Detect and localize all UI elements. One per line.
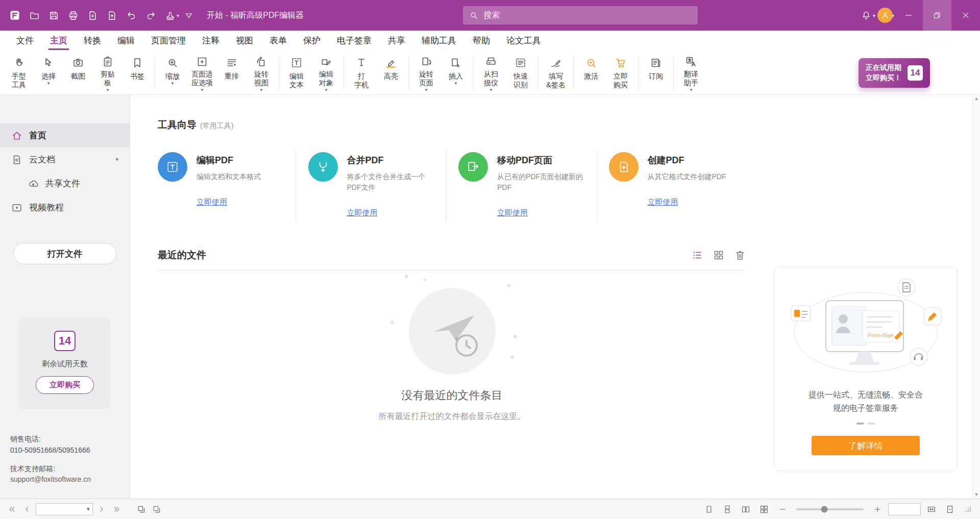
ribbon-button-typewriter[interactable]: 打 字机 (347, 53, 376, 93)
facing-view-icon[interactable] (738, 502, 753, 516)
ribbon-button-clipboard[interactable]: 剪贴 板 ▾ (93, 53, 122, 93)
tool-card-move-pdf-pages[interactable]: 移动PDF页面 从已有的PDF页面创建新的PDF 立即使用 (446, 149, 597, 223)
buy-now-button[interactable]: 立即购买 (36, 376, 94, 394)
ribbon-button-select[interactable]: 选择 ▾ (34, 53, 63, 93)
ribbon-button-reflow[interactable]: 重排 (217, 53, 247, 93)
next-page-icon[interactable] (94, 502, 109, 516)
ribbon-button-hand-tool[interactable]: 手型 工具 (4, 53, 34, 93)
zoom-percent-box[interactable] (888, 503, 921, 515)
grid-view-icon[interactable] (713, 249, 725, 261)
ribbon-button-translate-assistant[interactable]: 翻译 助手 ▾ (676, 53, 706, 93)
menu-tab-home[interactable]: 主页 (42, 31, 76, 50)
use-now-link[interactable]: 立即使用 (497, 208, 587, 218)
print-icon[interactable] (63, 5, 83, 26)
zoom-in-icon[interactable] (870, 502, 885, 516)
delete-icon[interactable] (734, 249, 746, 261)
menu-tab-view[interactable]: 视图 (228, 31, 261, 50)
trial-badge[interactable]: 正在试用期 立即购买！ 14 (859, 58, 930, 87)
chevron-down-icon[interactable]: ▼ (84, 506, 92, 512)
ribbon-button-rotate-pages[interactable]: 旋转 页面 ▾ (411, 53, 441, 93)
first-page-icon[interactable] (4, 502, 19, 516)
page-number-input[interactable] (36, 505, 84, 513)
close-button[interactable] (951, 0, 980, 31)
create-pdf-icon[interactable] (102, 5, 121, 26)
prev-page-icon[interactable] (19, 502, 35, 516)
minimize-button[interactable] (894, 0, 923, 31)
tool-card-create-pdf[interactable]: 创建PDF 从其它格式文件创建PDF 立即使用 (597, 149, 747, 223)
snapshot-icon[interactable] (134, 502, 149, 516)
ribbon-button-insert-pages[interactable]: 插入 ▾ (441, 53, 471, 93)
zoom-slider-thumb[interactable] (821, 506, 828, 512)
zoom-percent-input[interactable] (889, 504, 920, 515)
ribbon-button-quick-ocr[interactable]: 快速 识别 (506, 53, 535, 93)
ribbon-button-fill-sign[interactable]: 填写 &签名 (541, 53, 571, 93)
menu-tab-help[interactable]: 帮助 (464, 31, 498, 50)
sidebar-item-video-tutorials[interactable]: 视频教程 (0, 195, 130, 219)
chevron-down-icon: ▾ (490, 88, 493, 92)
open-file-icon[interactable] (24, 5, 44, 26)
menu-tab-file[interactable]: 文件 (8, 31, 42, 50)
menu-tab-esign[interactable]: 电子签章 (329, 31, 380, 50)
snapshot-alt-icon[interactable] (149, 502, 164, 516)
menu-tab-convert[interactable]: 转换 (76, 31, 109, 50)
tool-card-merge-pdf[interactable]: 合并PDF 将多个文件合并生成一个PDF文件 立即使用 (296, 149, 447, 223)
menu-tab-form[interactable]: 表单 (261, 31, 295, 50)
search-input[interactable] (483, 10, 692, 20)
ribbon-button-page-fit[interactable]: 页面适 应选项 ▾ (187, 53, 217, 93)
open-file-button[interactable]: 打开文件 (13, 243, 116, 264)
sidebar-item-shared-files[interactable]: 共享文件 (0, 171, 130, 195)
use-now-link[interactable]: 立即使用 (648, 197, 738, 207)
zoom-slider[interactable] (796, 508, 864, 510)
fit-width-icon[interactable] (924, 502, 939, 516)
ribbon-button-edit-text[interactable]: 编辑 文本 (282, 53, 311, 93)
resize-grip[interactable] (961, 502, 976, 516)
fit-page-icon[interactable] (942, 502, 958, 516)
ribbon-button-bookmark[interactable]: 书签 (122, 53, 152, 93)
tools-guide-title: 工具向导 (158, 118, 197, 132)
ribbon-button-rotate-view[interactable]: 旋转 视图 ▾ (247, 53, 276, 93)
redo-icon[interactable] (141, 5, 160, 26)
menu-tab-accessibility[interactable]: 辅助工具 (413, 31, 464, 50)
support-email[interactable]: support@foxitsoftware.cn (10, 474, 119, 485)
undo-icon[interactable] (121, 5, 141, 26)
ribbon-button-edit-object[interactable]: 编辑 对象 ▾ (311, 53, 341, 93)
last-page-icon[interactable] (109, 502, 125, 516)
menu-tab-comment[interactable]: 注释 (194, 31, 228, 50)
scroll-down-icon[interactable]: ▼ (974, 492, 979, 497)
collapse-ribbon-icon[interactable] (179, 5, 199, 26)
tool-card-edit-pdf[interactable]: 编辑PDF 编辑文档和文本格式 立即使用 (158, 149, 296, 223)
sidebar-item-home[interactable]: 首页 (0, 123, 130, 147)
menu-tab-share[interactable]: 共享 (380, 31, 413, 50)
learn-more-button[interactable]: 了解详情 (812, 436, 920, 455)
ribbon-button-activate[interactable]: 激活 (576, 53, 606, 93)
global-search[interactable] (463, 6, 698, 24)
menu-tab-page-management[interactable]: 页面管理 (143, 31, 194, 50)
ribbon-button-highlight[interactable]: 高亮 (376, 53, 406, 93)
carousel-dot-active[interactable] (856, 423, 864, 425)
zoom-out-icon[interactable] (775, 502, 790, 516)
single-page-view-icon[interactable] (701, 502, 717, 516)
menu-tab-edit[interactable]: 编辑 (109, 31, 143, 50)
export-pdf-icon[interactable] (83, 5, 102, 26)
page-number-combo[interactable]: ▼ (36, 503, 93, 515)
save-icon[interactable] (44, 5, 63, 26)
chevron-down-icon[interactable]: ▾ (115, 156, 118, 163)
restore-button[interactable] (923, 0, 951, 31)
ribbon-button-subscribe[interactable]: 订阅 (641, 53, 671, 93)
vertical-scrollbar[interactable]: ▲ ▼ (972, 95, 980, 499)
use-now-link[interactable]: 立即使用 (347, 208, 437, 218)
carousel-dot[interactable] (868, 423, 875, 425)
sidebar-item-cloud-docs[interactable]: 云文档 ▾ (0, 147, 130, 171)
use-now-link[interactable]: 立即使用 (197, 197, 286, 207)
scroll-up-icon[interactable]: ▲ (974, 96, 979, 101)
continuous-view-icon[interactable] (720, 502, 735, 516)
facing-continuous-view-icon[interactable] (756, 502, 772, 516)
menu-tab-protect[interactable]: 保护 (295, 31, 329, 50)
menu-tab-paper-tools[interactable]: 论文工具 (498, 31, 549, 50)
list-view-icon[interactable] (691, 249, 703, 261)
sidebar-item-label: 云文档 (29, 154, 55, 165)
ribbon-button-buy-now[interactable]: 立即 购买 (606, 53, 635, 93)
ribbon-button-zoom[interactable]: 缩放 ▾ (158, 53, 187, 93)
ribbon-button-from-scanner[interactable]: 从扫 描仪 ▾ (476, 53, 506, 93)
ribbon-button-snapshot[interactable]: 截图 (63, 53, 93, 93)
